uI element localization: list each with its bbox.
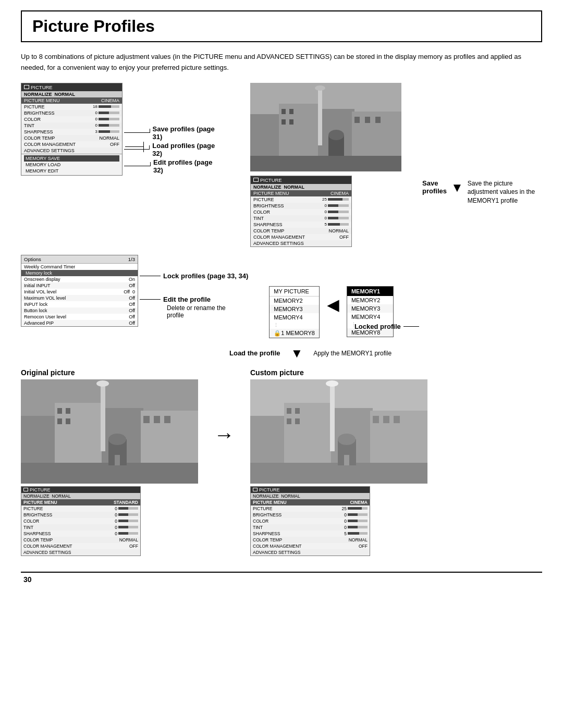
svg-rect-44 [295,408,300,414]
svg-point-16 [328,130,344,140]
svg-rect-5 [318,88,322,145]
edit-profile-annotation: Edit the profile [163,295,211,303]
city-image-top [250,83,401,171]
svg-rect-43 [287,408,291,414]
save-annotation: Save profiles (page 31) [153,125,219,141]
svg-point-33 [108,434,126,445]
svg-rect-8 [282,109,286,114]
edit-annotation: Edit profiles (page 32) [153,158,219,174]
custom-city-image [250,379,427,484]
svg-rect-12 [354,117,360,123]
svg-rect-13 [365,117,370,123]
intro-paragraph: Up to 8 combinations of picture adjustme… [21,52,542,73]
memory-list-center: MY PICTURE MEMORY2 MEMORY3 MEMORY4 ⋮ 🔒1 … [269,286,320,338]
svg-point-23 [96,380,109,387]
svg-rect-48 [383,416,389,423]
svg-rect-28 [66,418,70,424]
picture-header-left: PICTURE [31,84,53,90]
svg-rect-40 [330,384,335,451]
save-profiles-label: Save profiles [422,179,447,195]
svg-rect-49 [394,416,400,423]
svg-rect-10 [282,119,286,125]
svg-point-6 [315,85,325,91]
svg-rect-46 [295,418,300,424]
svg-rect-30 [154,416,160,423]
svg-rect-29 [143,416,150,423]
save-profiles-desc: Save the picture adjustment values in th… [468,179,542,205]
picture-menu-bottom-right: PICTURE NORMALIZE NORMAL PICTURE MENUCIN… [250,486,370,556]
svg-rect-45 [287,418,291,424]
svg-point-51 [338,434,356,445]
svg-rect-52 [344,455,349,465]
picture-menu-right: PICTURE NORMALIZE NORMAL PICTURE MENUCIN… [250,176,352,247]
load-profile-desc: Apply the MEMORY1 profile [313,350,391,357]
custom-picture-label: Custom picture [250,368,427,377]
svg-rect-34 [115,455,120,465]
svg-rect-42 [250,463,427,484]
svg-rect-9 [289,109,293,114]
svg-rect-26 [66,408,70,414]
svg-rect-11 [289,119,293,125]
svg-rect-14 [375,117,381,123]
page-title: Picture Profiles [21,10,542,42]
svg-point-41 [326,380,338,387]
svg-rect-22 [101,384,105,451]
svg-rect-24 [21,463,198,484]
original-picture-label: Original picture [21,368,198,377]
picture-menu-bottom-left: PICTURE NORMALIZE NORMAL PICTURE MENUSTA… [21,486,141,556]
load-annotation: Load profiles (page 32) [152,142,219,157]
locked-profile-annotation: Locked profile [354,323,401,330]
original-city-image [21,379,198,484]
edit-profile-desc: Delete or rename the profile [167,304,229,319]
lock-profiles-annotation: Lock profiles (page 33, 34) [163,272,248,280]
svg-rect-7 [250,156,401,171]
svg-rect-31 [164,416,170,423]
svg-rect-25 [57,408,62,414]
svg-rect-27 [57,418,62,424]
load-profile-annotation: Load the profile [229,349,280,357]
page-number: 30 [21,575,542,584]
svg-rect-47 [373,416,379,423]
